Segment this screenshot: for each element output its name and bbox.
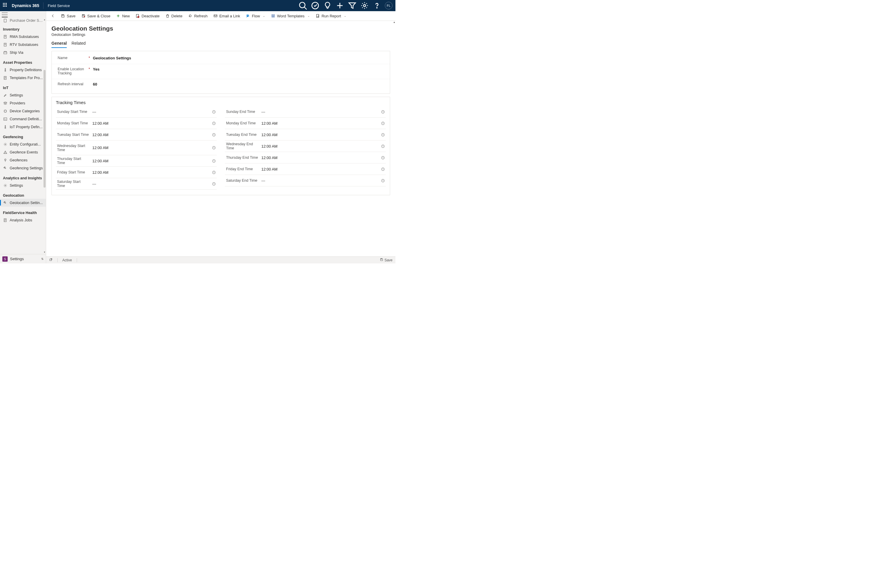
sidebar-item[interactable]: Templates For Pro... <box>0 74 46 82</box>
content-scroll-up-icon[interactable]: ▲ <box>393 21 395 24</box>
save-button[interactable]: Save <box>58 11 78 21</box>
clock-icon[interactable] <box>380 110 386 114</box>
sidebar-item-label: Providers <box>10 101 25 105</box>
sidebar-item-label: Purchase Order Su... <box>10 18 43 22</box>
time-row[interactable]: Monday End Time12:00 AM <box>225 118 386 129</box>
clock-icon[interactable] <box>211 146 217 150</box>
sidebar-item[interactable]: Property Definitions <box>0 66 46 74</box>
task-icon[interactable] <box>311 1 320 10</box>
time-label: Wednesday End Time <box>226 142 261 150</box>
time-row[interactable]: Saturday Start Time--- <box>56 178 217 190</box>
save-icon <box>61 14 65 18</box>
sidebar-item[interactable]: Analysis Jobs <box>0 216 46 224</box>
svg-point-36 <box>5 202 6 204</box>
scrollbar-thumb[interactable] <box>44 70 46 188</box>
sidebar-item-label: Settings <box>10 183 23 188</box>
clock-icon[interactable] <box>211 171 217 174</box>
email-a-link-button[interactable]: Email a Link <box>210 11 243 21</box>
tab-general[interactable]: General <box>51 41 67 48</box>
svg-rect-16 <box>5 68 6 70</box>
clock-icon[interactable] <box>380 167 386 171</box>
word-templates-button[interactable]: Word Templates⌄ <box>268 11 312 21</box>
lightbulb-icon[interactable] <box>323 1 332 10</box>
time-label: Tuesday End Time <box>226 133 261 137</box>
time-row[interactable]: Friday End Time12:00 AM <box>225 164 386 175</box>
clock-icon[interactable] <box>211 133 217 137</box>
clock-icon[interactable] <box>211 110 217 114</box>
time-row[interactable]: Sunday Start Time--- <box>56 106 217 118</box>
footer-save-button[interactable]: Save <box>380 258 393 262</box>
deactivate-button[interactable]: Deactivate <box>133 11 162 21</box>
new-button[interactable]: New <box>113 11 133 21</box>
command-label: New <box>122 14 130 18</box>
delete-button[interactable]: Delete <box>163 11 186 21</box>
user-avatar[interactable]: FL <box>385 2 393 9</box>
general-card: Name* Geolocation Settings Enable Locati… <box>51 51 390 94</box>
sidebar-item[interactable]: IoT Property Defin... <box>0 123 46 131</box>
sidebar-item[interactable]: Device Categories <box>0 107 46 115</box>
hamburger-icon[interactable] <box>2 13 8 17</box>
sidebar-item[interactable]: Geofencing Settings <box>0 164 46 172</box>
scroll-down-icon[interactable]: ▼ <box>44 251 46 254</box>
save-close-button[interactable]: Save & Close <box>78 11 114 21</box>
area-switcher[interactable]: S Settings ⇅ <box>0 254 46 263</box>
sidebar-item[interactable]: RTV Substatuses <box>0 40 46 48</box>
field-refresh-row[interactable]: Refresh interval 60 <box>52 79 390 92</box>
sidebar-item[interactable]: Command Definiti... <box>0 115 46 123</box>
scroll-up-icon[interactable]: ▲ <box>44 18 46 21</box>
sidebar-item[interactable]: Geolocation Settin... <box>0 199 46 207</box>
sidebar-item[interactable]: Geofences <box>0 156 46 164</box>
chevron-updown-icon: ⇅ <box>41 257 44 261</box>
plus-icon[interactable] <box>336 1 344 10</box>
sidebar-item-label: Ship Via <box>10 51 23 55</box>
sidebar: Purchase Order Su... InventoryRMA Substa… <box>0 11 46 263</box>
clock-icon[interactable] <box>211 159 217 163</box>
sidebar-item[interactable]: RMA Substatuses <box>0 33 46 40</box>
settings-icon[interactable] <box>360 1 369 10</box>
sidebar-item-truncated-top[interactable]: Purchase Order Su... <box>0 18 46 23</box>
time-row[interactable]: Friday Start Time12:00 AM <box>56 167 217 178</box>
sidebar-item[interactable]: Ship Via <box>0 48 46 57</box>
time-label: Friday End Time <box>226 167 261 171</box>
clock-icon[interactable] <box>380 144 386 148</box>
clock-icon[interactable] <box>380 122 386 125</box>
time-row[interactable]: Wednesday End Time12:00 AM <box>225 141 386 152</box>
app-launcher-icon[interactable] <box>3 3 8 8</box>
flow-button[interactable]: Flow⌄ <box>243 11 268 21</box>
time-row[interactable]: Tuesday Start Time12:00 AM <box>56 129 217 141</box>
clock-icon[interactable] <box>211 182 217 186</box>
time-row[interactable]: Thursday End Time12:00 AM <box>225 152 386 164</box>
svg-point-0 <box>300 2 305 8</box>
clock-icon[interactable] <box>380 156 386 160</box>
tab-related[interactable]: Related <box>72 41 86 48</box>
status-divider <box>57 258 58 262</box>
help-icon[interactable] <box>372 1 381 10</box>
search-icon[interactable] <box>298 1 307 10</box>
time-value: 12:00 AM <box>92 133 211 137</box>
status-text: Active <box>62 258 72 262</box>
sidebar-item[interactable]: Geofence Events <box>0 148 46 156</box>
clock-icon[interactable] <box>211 122 217 125</box>
field-enable-row[interactable]: Enable Location Tracking* Yes <box>52 64 390 79</box>
run-report-button[interactable]: Run Report⌄ <box>313 11 349 21</box>
filter-icon[interactable] <box>348 1 357 10</box>
back-button[interactable] <box>49 11 57 21</box>
time-row[interactable]: Sunday End Time--- <box>225 106 386 118</box>
sidebar-item[interactable]: Providers <box>0 99 46 107</box>
time-row[interactable]: Tuesday End Time12:00 AM <box>225 129 386 141</box>
topbar-divider <box>43 2 44 9</box>
time-row[interactable]: Monday Start Time12:00 AM <box>56 118 217 129</box>
popout-icon[interactable] <box>49 258 52 262</box>
sidebar-item[interactable]: Entity Configurati... <box>0 140 46 148</box>
refresh-button[interactable]: Refresh <box>185 11 210 21</box>
sidebar-item[interactable]: Settings <box>0 182 46 189</box>
field-name-row[interactable]: Name* Geolocation Settings <box>52 53 390 64</box>
sidebar-item[interactable]: Settings <box>0 91 46 99</box>
sidebar-scrollbar[interactable]: ▲ ▼ <box>44 18 46 254</box>
time-label: Sunday End Time <box>226 110 261 114</box>
time-row[interactable]: Thursday Start Time12:00 AM <box>56 155 217 167</box>
time-row[interactable]: Saturday End Time--- <box>225 175 386 186</box>
clock-icon[interactable] <box>380 133 386 137</box>
time-row[interactable]: Wednesday Start Time12:00 AM <box>56 141 217 155</box>
clock-icon[interactable] <box>380 179 386 183</box>
